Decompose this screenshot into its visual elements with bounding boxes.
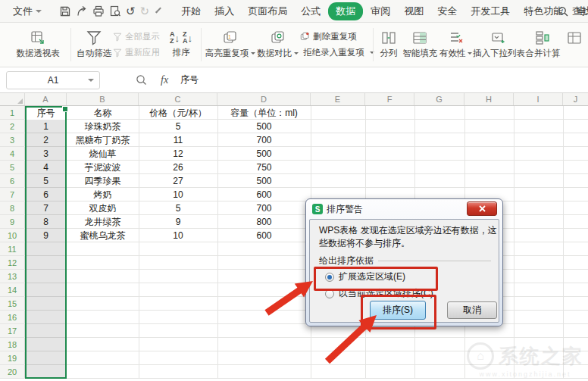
cell[interactable]: 27 — [139, 174, 217, 188]
col-header-f[interactable]: F — [365, 93, 414, 105]
fx-button[interactable]: fx — [161, 74, 168, 86]
cell[interactable]: 9 — [139, 215, 217, 229]
tab-insert[interactable]: 插入 — [208, 2, 240, 20]
row-header[interactable]: 2 — [0, 120, 25, 133]
cell[interactable]: 1 — [25, 120, 67, 133]
cell[interactable]: 5 — [25, 174, 67, 188]
row-header[interactable]: 16 — [0, 311, 25, 323]
tab-data[interactable]: 数据 — [328, 2, 363, 20]
undo-icon[interactable]: ↺ — [126, 5, 136, 17]
cell[interactable]: 750 — [217, 161, 311, 174]
magnifier-icon[interactable] — [135, 74, 148, 86]
auto-filter-button[interactable]: 自动筛选 — [75, 30, 113, 59]
cell[interactable]: 2 — [25, 133, 67, 147]
pivot-table-button[interactable]: 数据透视表 — [6, 30, 70, 59]
row-header[interactable]: 17 — [0, 324, 25, 337]
cell[interactable]: 3 — [25, 147, 67, 161]
cell[interactable]: 12 — [139, 147, 217, 161]
cell[interactable]: 10 — [139, 229, 217, 242]
cell[interactable]: 双皮奶 — [67, 201, 139, 215]
cell[interactable]: 黑糖布丁奶茶 — [67, 133, 139, 147]
text-to-columns-button[interactable]: 分列 — [377, 30, 400, 59]
cell[interactable]: 800 — [217, 215, 311, 229]
insert-dropdown-list-button[interactable]: 插入下拉列表 — [472, 30, 525, 59]
col-header-h[interactable]: H — [464, 93, 514, 105]
cell[interactable]: 4 — [25, 161, 67, 174]
cell[interactable]: 8 — [25, 215, 67, 229]
tab-page-layout[interactable]: 页面布局 — [242, 2, 293, 20]
tab-developer[interactable]: 开发工具 — [464, 2, 516, 20]
cell[interactable]: 珍珠奶茶 — [67, 120, 139, 133]
consolidate-button[interactable]: 合并计算 — [525, 30, 560, 59]
cell[interactable]: 容量（单位：ml) — [217, 106, 311, 120]
cell[interactable]: 700 — [217, 133, 311, 147]
row-header[interactable]: 1 — [0, 106, 25, 119]
cell[interactable]: 500 — [217, 147, 311, 161]
cell[interactable]: 四季珍果 — [67, 174, 139, 188]
row-header[interactable]: 14 — [0, 283, 25, 296]
row-header[interactable]: 20 — [0, 365, 25, 378]
save-icon[interactable] — [59, 5, 71, 17]
file-menu[interactable]: 文件 — [13, 5, 33, 18]
cell[interactable]: 名称 — [67, 106, 139, 120]
col-header-b[interactable]: B — [67, 93, 139, 105]
cell[interactable]: 9 — [25, 229, 67, 242]
cancel-button[interactable]: 取消 — [447, 301, 497, 319]
print-icon[interactable] — [92, 5, 105, 17]
validation-button[interactable]: 有效性 — [439, 30, 473, 59]
export-icon[interactable] — [76, 5, 88, 17]
row-header[interactable]: 11 — [0, 242, 25, 255]
row-header[interactable]: 19 — [0, 351, 25, 364]
cell[interactable]: 价格（元/杯） — [139, 106, 217, 120]
remove-duplicates-button[interactable]: 删除重复项 — [300, 31, 373, 42]
tab-security[interactable]: 安全 — [431, 2, 463, 20]
row-header[interactable]: 15 — [0, 297, 25, 310]
row-header[interactable]: 13 — [0, 270, 25, 283]
row-header[interactable]: 3 — [0, 133, 25, 146]
row-header[interactable]: 10 — [0, 229, 25, 242]
smart-fill-button[interactable]: 智能填充 — [401, 30, 439, 59]
cell[interactable]: 10 — [139, 188, 217, 201]
row-header[interactable]: 18 — [0, 338, 25, 351]
row-header[interactable]: 7 — [0, 188, 25, 201]
close-button[interactable] — [467, 201, 497, 216]
col-header-g[interactable]: G — [414, 93, 464, 105]
reject-duplicates-button[interactable]: 拒绝录入重复项 — [300, 47, 373, 58]
col-header-d[interactable]: D — [217, 93, 311, 105]
cell[interactable]: 烧仙草 — [67, 147, 139, 161]
cell[interactable]: 26 — [139, 161, 217, 174]
tab-view[interactable]: 视图 — [398, 2, 430, 20]
tab-review[interactable]: 审阅 — [364, 2, 396, 20]
search-box[interactable]: 查找命 — [558, 0, 588, 22]
cell[interactable]: 芋泥波波 — [67, 161, 139, 174]
row-header[interactable]: 4 — [0, 147, 25, 160]
cell[interactable]: 5 — [139, 120, 217, 133]
cell[interactable]: 7 — [25, 201, 67, 215]
col-header-j[interactable]: J — [563, 93, 588, 105]
name-box[interactable]: A1 — [6, 71, 100, 89]
cell[interactable]: 500 — [217, 174, 311, 188]
cell[interactable]: 烤奶 — [67, 188, 139, 201]
cell[interactable]: 600 — [217, 188, 311, 201]
select-all-corner[interactable] — [0, 93, 25, 105]
toolbar-more-icon[interactable] — [155, 7, 161, 13]
cell[interactable]: 5 — [139, 201, 217, 215]
row-header[interactable]: 6 — [0, 174, 25, 187]
col-header-c[interactable]: C — [139, 93, 217, 105]
cell[interactable]: 500 — [217, 120, 311, 133]
row-header[interactable]: 12 — [0, 256, 25, 269]
col-header-a[interactable]: A — [25, 93, 67, 105]
cell[interactable]: 序号 — [25, 106, 67, 120]
cell[interactable]: 龙井绿茶 — [67, 215, 139, 229]
partial-ribbon-button[interactable] — [560, 30, 588, 59]
highlight-duplicates-button[interactable]: 1 高亮重复项 — [205, 30, 256, 59]
file-menu-caret-icon[interactable] — [36, 10, 42, 13]
data-compare-button[interactable]: 数据对比 — [257, 30, 299, 59]
cell[interactable]: 600 — [217, 229, 311, 242]
print-preview-icon[interactable] — [109, 5, 121, 17]
formula-input[interactable]: 序号 — [180, 73, 199, 86]
col-header-e[interactable]: E — [311, 93, 365, 105]
cell[interactable]: 700 — [217, 201, 311, 215]
cell[interactable]: 6 — [25, 188, 67, 201]
col-header-i[interactable]: I — [514, 93, 563, 105]
